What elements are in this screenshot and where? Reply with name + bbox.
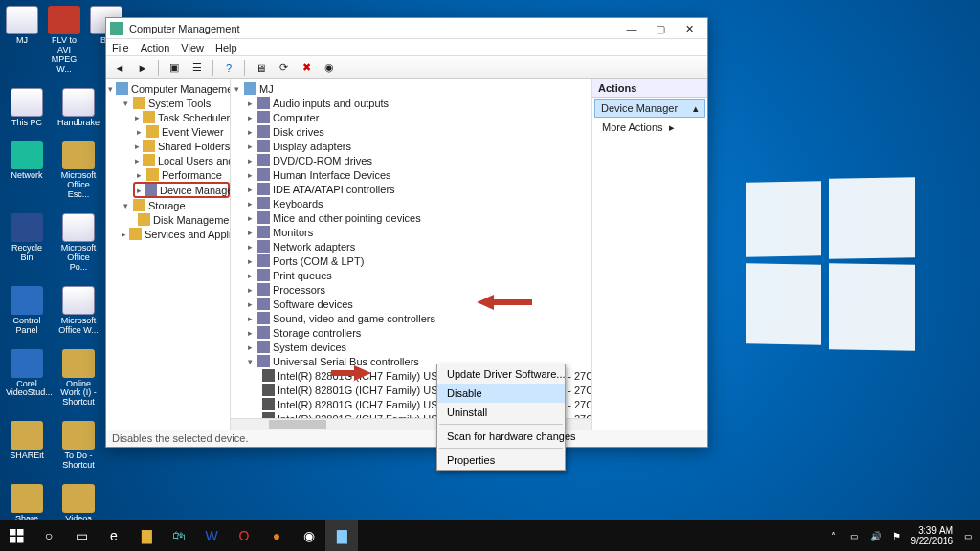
device-icon	[257, 154, 270, 166]
tray-flag-icon[interactable]: ⚑	[890, 529, 903, 542]
device-icon	[257, 183, 270, 195]
chevron-up-icon: ▴	[693, 102, 699, 115]
context-menu-item[interactable]: Scan for hardware changes	[437, 427, 565, 446]
desktop-icon[interactable]: FLV to AVI MPEG W...	[48, 6, 80, 75]
scope-root[interactable]: ▾Computer Management (Local	[106, 81, 230, 96]
actions-selected[interactable]: Device Manager ▴	[594, 99, 705, 118]
desktop-icon[interactable]: Microsoft Office Po...	[57, 213, 100, 273]
toolbar-help-button[interactable]: ?	[219, 58, 238, 77]
device-category[interactable]: ▸System devices	[244, 340, 591, 354]
device-category[interactable]: ▸Mice and other pointing devices	[244, 210, 591, 225]
desktop-icon[interactable]: MJ	[6, 6, 38, 75]
menu-action[interactable]: Action	[141, 42, 170, 54]
scope-system-tools[interactable]: ▾System Tools	[120, 96, 230, 110]
device-root[interactable]: ▾MJ	[231, 81, 591, 96]
tray-clock[interactable]: 3:39 AM 9/22/2016	[911, 525, 954, 546]
desktop-icon[interactable]: SHAREit	[6, 421, 48, 471]
desktop-icon[interactable]: Microsoft Office W...	[57, 286, 100, 336]
taskbar-firefox[interactable]: ●	[260, 520, 293, 551]
context-menu-item[interactable]: Uninstall	[437, 403, 565, 422]
context-menu-item[interactable]: Disable	[437, 384, 565, 403]
taskbar-store[interactable]: 🛍	[163, 520, 195, 551]
menu-help[interactable]: Help	[215, 42, 237, 54]
device-category[interactable]: ▸Network adapters	[244, 239, 591, 253]
computer-icon	[116, 82, 128, 95]
device-icon	[257, 254, 270, 267]
desktop-icon[interactable]: To Do - Shortcut	[57, 421, 100, 471]
device-category[interactable]: ▸Sound, video and game controllers	[244, 311, 591, 325]
tray-notifications-icon[interactable]: ▭	[961, 529, 974, 542]
device-category[interactable]: ▸Software devices	[244, 297, 591, 311]
device-category[interactable]: ▸DVD/CD-ROM drives	[244, 153, 591, 167]
context-menu-item[interactable]: Update Driver Software...	[437, 364, 565, 384]
toolbar-refresh-button[interactable]: ⟳	[274, 58, 293, 77]
system-tray[interactable]: ˄ ▭ 🔊 ⚑ 3:39 AM 9/22/2016 ▭	[827, 525, 981, 546]
toolbar-forward-button[interactable]: ►	[133, 58, 152, 77]
device-category[interactable]: ▸Audio inputs and outputs	[244, 96, 591, 110]
taskbar-mmc[interactable]: ▇	[325, 520, 358, 551]
toolbar-scan-button[interactable]: ◉	[320, 58, 339, 77]
taskview-button[interactable]: ▭	[65, 520, 98, 551]
context-menu-item[interactable]: Properties	[437, 451, 565, 470]
scope-services[interactable]: ▸Services and Applications	[120, 227, 230, 241]
device-category[interactable]: ▸Disk drives	[244, 124, 591, 139]
menubar: File Action View Help	[106, 39, 707, 56]
device-icon	[257, 140, 270, 152]
device-category[interactable]: ▸Keyboards	[244, 196, 591, 210]
taskbar-opera[interactable]: O	[228, 520, 260, 551]
toolbar-disable-button[interactable]: ✖	[297, 58, 316, 77]
desktop-icon[interactable]: Online Work (I) - Shortcut	[57, 349, 100, 408]
device-icon	[257, 312, 270, 324]
device-category[interactable]: ▸IDE ATA/ATAPI controllers	[244, 182, 591, 196]
desktop-icon[interactable]: Microsoft Office Esc...	[57, 141, 100, 200]
maximize-button[interactable]: ▢	[646, 19, 675, 38]
tray-chevron-icon[interactable]: ˄	[827, 529, 840, 542]
folder-icon	[145, 184, 157, 196]
desktop-icon[interactable]: Network	[6, 141, 48, 200]
device-category[interactable]: ▸Processors	[244, 282, 591, 297]
device-category[interactable]: ▸Print queues	[244, 268, 591, 282]
menu-view[interactable]: View	[181, 42, 204, 54]
scope-storage[interactable]: ▾Storage	[120, 198, 230, 212]
scope-item[interactable]: ▸Local Users and Groups	[133, 153, 230, 167]
scope-item[interactable]: Disk Management	[133, 212, 230, 227]
desktop-icon[interactable]: Handbrake	[57, 88, 100, 128]
scope-item[interactable]: ▸Event Viewer	[133, 124, 230, 139]
desktop-icon[interactable]: Control Panel	[6, 286, 48, 336]
search-button[interactable]: ○	[33, 520, 65, 551]
scope-item[interactable]: ▸Task Scheduler	[133, 110, 230, 124]
device-category[interactable]: ▸Display adapters	[244, 139, 591, 153]
device-category[interactable]: ▸Storage controllers	[244, 325, 591, 340]
titlebar[interactable]: Computer Management — ▢ ✕	[106, 18, 707, 39]
svg-rect-6	[10, 529, 16, 536]
toolbar-computer-button[interactable]: 🖥	[251, 58, 270, 77]
taskbar-word[interactable]: W	[195, 520, 228, 551]
scope-item[interactable]: ▸Performance	[133, 167, 230, 182]
toolbar-scope-button[interactable]: ▣	[165, 58, 184, 77]
folder-icon	[129, 228, 142, 240]
close-button[interactable]: ✕	[675, 19, 703, 38]
menu-file[interactable]: File	[112, 42, 129, 54]
tray-volume-icon[interactable]: 🔊	[869, 529, 882, 542]
toolbar-back-button[interactable]: ◄	[110, 58, 129, 77]
scope-item[interactable]: ▸Shared Folders	[133, 139, 230, 153]
scope-item[interactable]: ▸Device Manager	[133, 182, 230, 198]
tray-network-icon[interactable]: ▭	[848, 529, 861, 542]
actions-more[interactable]: More Actions ▸	[592, 120, 707, 136]
taskbar-explorer[interactable]: ▇	[130, 520, 163, 551]
device-category[interactable]: ▸Computer	[244, 110, 591, 124]
desktop-icon[interactable]: Corel VideoStud...	[6, 349, 48, 408]
minimize-button[interactable]: —	[617, 19, 646, 38]
scope-pane[interactable]: ▾Computer Management (Local▾System Tools…	[106, 79, 231, 430]
taskbar-edge[interactable]: e	[98, 520, 130, 551]
device-category[interactable]: ▸Monitors	[244, 225, 591, 239]
device-icon	[257, 125, 270, 138]
desktop-icon[interactable]: Recycle Bin	[6, 213, 48, 273]
device-category[interactable]: ▸Ports (COM & LPT)	[244, 253, 591, 268]
toolbar-props-button[interactable]: ☰	[188, 58, 207, 77]
window-title: Computer Management	[129, 23, 617, 34]
taskbar-chrome[interactable]: ◉	[293, 520, 325, 551]
desktop-icon[interactable]: This PC	[6, 88, 48, 128]
start-button[interactable]	[0, 520, 33, 551]
device-category[interactable]: ▸Human Interface Devices	[244, 167, 591, 182]
